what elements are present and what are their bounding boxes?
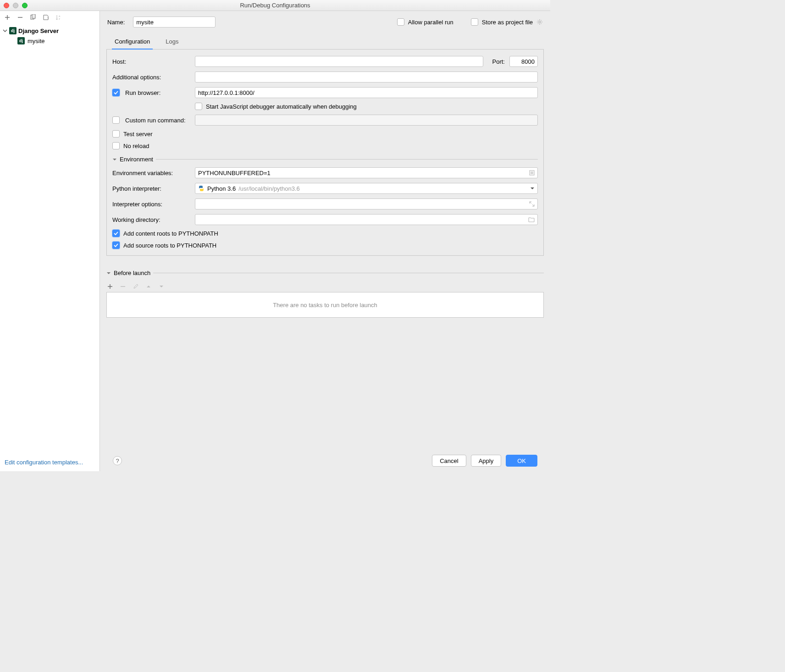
test-server-label: Test server <box>123 131 153 138</box>
run-browser-row: Run browser: <box>112 87 538 98</box>
run-browser-checkbox[interactable]: Run browser: <box>112 89 190 96</box>
test-server-row: Test server <box>112 130 538 138</box>
before-launch-toolbar <box>106 281 544 292</box>
port-input[interactable] <box>509 56 538 67</box>
checkbox-icon <box>112 142 120 149</box>
before-launch-task-list: There are no tasks to run before launch <box>106 292 544 318</box>
move-down-icon[interactable] <box>158 283 165 290</box>
gear-icon[interactable] <box>536 19 543 25</box>
host-input[interactable] <box>195 56 483 67</box>
sidebar-footer: Edit configuration templates... <box>0 455 100 471</box>
additional-options-label: Additional options: <box>112 74 190 81</box>
remove-configuration-icon[interactable] <box>17 14 24 21</box>
additional-options-row: Additional options: <box>112 72 538 83</box>
no-reload-checkbox[interactable]: No reload <box>112 142 149 149</box>
add-source-roots-label: Add source roots to PYTHONPATH <box>123 242 216 249</box>
sidebar-toolbar: az <box>0 11 100 24</box>
host-label: Host: <box>112 58 190 65</box>
allow-parallel-checkbox[interactable]: Allow parallel run <box>397 18 453 26</box>
folder-icon[interactable] <box>528 217 535 222</box>
no-reload-row: No reload <box>112 142 538 149</box>
chevron-down-icon <box>530 186 535 191</box>
python-interpreter-path: /usr/local/bin/python3.6 <box>238 185 300 192</box>
custom-run-command-input[interactable] <box>195 115 538 126</box>
add-content-roots-label: Add content roots to PYTHONPATH <box>123 230 218 237</box>
python-interpreter-name: Python 3.6 <box>207 185 236 192</box>
before-launch-empty-text: There are no tasks to run before launch <box>273 302 377 308</box>
svg-point-4 <box>539 21 541 23</box>
close-window-button[interactable] <box>4 3 9 8</box>
apply-button[interactable]: Apply <box>471 455 502 467</box>
checkbox-checked-icon <box>112 230 120 237</box>
before-launch-label: Before launch <box>114 270 150 276</box>
divider <box>156 159 538 160</box>
minimize-window-button[interactable] <box>13 3 18 8</box>
working-directory-input[interactable] <box>198 215 535 221</box>
help-icon[interactable]: ? <box>113 456 122 465</box>
run-browser-input[interactable] <box>195 87 538 98</box>
python-icon <box>198 185 205 192</box>
interpreter-options-input-wrapper <box>195 198 538 209</box>
configurations-tree: dj Django Server dj mysite <box>0 24 100 455</box>
working-directory-row: Working directory: <box>112 214 538 225</box>
env-vars-input[interactable] <box>198 170 535 176</box>
django-icon: dj <box>17 37 25 44</box>
save-configuration-icon[interactable] <box>42 14 50 21</box>
sort-alpha-icon[interactable]: az <box>55 14 62 21</box>
start-js-debugger-checkbox[interactable]: Start JavaScript debugger automatically … <box>195 103 357 110</box>
configuration-panel: Host: Port: Additional options: Run brow… <box>106 50 544 256</box>
copy-configuration-icon[interactable] <box>29 14 37 21</box>
checkbox-icon <box>195 103 202 110</box>
custom-run-command-checkbox[interactable]: Custom run command: <box>112 116 190 124</box>
checkbox-checked-icon <box>112 89 120 96</box>
add-task-icon[interactable] <box>106 283 114 290</box>
edit-task-icon[interactable] <box>132 283 139 290</box>
sidebar: az dj Django Server dj mysite Edit confi… <box>0 11 100 471</box>
cancel-button[interactable]: Cancel <box>432 455 466 467</box>
divider <box>153 273 544 273</box>
start-js-debugger-label: Start JavaScript debugger automatically … <box>206 103 357 110</box>
custom-run-command-label: Custom run command: <box>125 117 186 124</box>
checkbox-icon <box>397 18 404 26</box>
interpreter-options-input[interactable] <box>198 199 535 206</box>
start-js-debugger-row: Start JavaScript debugger automatically … <box>112 103 538 110</box>
no-reload-label: No reload <box>123 143 149 149</box>
python-interpreter-label: Python interpreter: <box>112 185 190 192</box>
zoom-window-button[interactable] <box>22 3 28 8</box>
name-label: Name: <box>107 19 125 26</box>
add-content-roots-checkbox[interactable]: Add content roots to PYTHONPATH <box>112 230 218 237</box>
additional-options-input[interactable] <box>195 72 538 83</box>
name-input[interactable] <box>133 17 216 28</box>
remove-task-icon[interactable] <box>119 283 127 290</box>
django-icon: dj <box>9 27 17 34</box>
test-server-checkbox[interactable]: Test server <box>112 130 153 138</box>
ok-button[interactable]: OK <box>506 455 537 467</box>
environment-section-header[interactable]: Environment <box>112 156 538 163</box>
tree-node-django-server[interactable]: dj Django Server <box>0 26 100 36</box>
tab-configuration[interactable]: Configuration <box>112 35 153 50</box>
dialog-footer: ? Cancel Apply OK <box>106 450 544 471</box>
before-launch-header[interactable]: Before launch <box>106 270 544 276</box>
port-label: Port: <box>492 58 505 65</box>
add-source-roots-checkbox[interactable]: Add source roots to PYTHONPATH <box>112 242 216 249</box>
list-icon[interactable] <box>529 170 535 176</box>
tree-node-label: Django Server <box>18 28 59 34</box>
edit-templates-link[interactable]: Edit configuration templates... <box>5 459 83 466</box>
expand-icon[interactable] <box>529 201 535 207</box>
interpreter-options-row: Interpreter options: <box>112 198 538 209</box>
tree-item-mysite[interactable]: dj mysite <box>0 36 100 46</box>
env-vars-label: Environment variables: <box>112 170 190 176</box>
tabs: Configuration Logs <box>106 35 544 50</box>
env-vars-input-wrapper <box>195 167 538 178</box>
tree-item-label: mysite <box>28 38 45 44</box>
add-configuration-icon[interactable] <box>4 14 11 21</box>
window-controls <box>4 3 28 8</box>
move-up-icon[interactable] <box>145 283 152 290</box>
tab-logs[interactable]: Logs <box>163 35 181 50</box>
svg-text:z: z <box>59 17 60 20</box>
allow-parallel-label: Allow parallel run <box>408 19 453 26</box>
main-panel: Name: Allow parallel run Store as projec… <box>100 11 550 471</box>
store-project-file-checkbox[interactable]: Store as project file <box>471 18 543 26</box>
dialog-body: az dj Django Server dj mysite Edit confi… <box>0 11 550 471</box>
python-interpreter-select[interactable]: Python 3.6 /usr/local/bin/python3.6 <box>195 183 538 194</box>
